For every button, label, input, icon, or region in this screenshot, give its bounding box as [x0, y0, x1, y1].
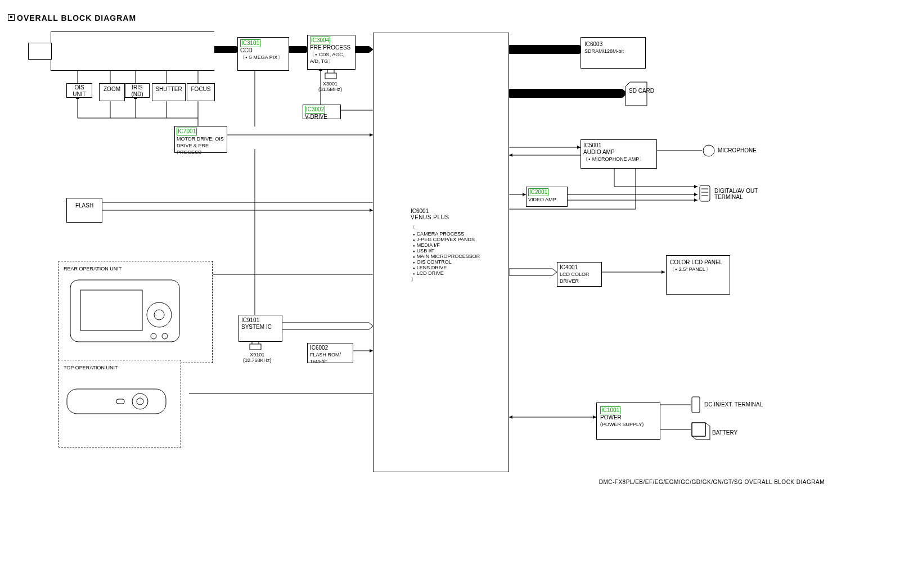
svg-point-36	[703, 145, 714, 156]
rear-operation-unit: REAR OPERATION UNIT	[58, 261, 213, 363]
page-footer: DMC-FX8PL/EB/EF/EG/EGM/GC/GD/GK/GN/GT/SG…	[599, 479, 825, 485]
svg-rect-23	[325, 73, 336, 79]
ic9101-systemic: IC9101SYSTEM IC	[238, 315, 282, 342]
sdcard-label: SD CARD	[629, 88, 654, 94]
shutter-unit: SHUTTER	[152, 83, 186, 101]
svg-rect-31	[250, 344, 261, 350]
lens-front	[28, 43, 52, 60]
svg-rect-56	[80, 290, 142, 331]
svg-rect-52	[692, 397, 700, 413]
camera-top-icon	[64, 376, 170, 432]
microphone-label: MICROPHONE	[718, 147, 757, 153]
ic3004-preprocess: IC3004 PRE PROCESS 〔CDS, AGC, A/D, TG〕	[307, 35, 356, 70]
svg-marker-4	[504, 89, 628, 98]
svg-marker-0	[214, 46, 241, 53]
ic6002-flashrom: IC6002FLASH ROM/ 16M-bit	[307, 343, 353, 363]
ic1001-power: IC1001 POWER (POWER SUPPLY)	[596, 402, 660, 440]
lens-barrel	[51, 31, 214, 71]
svg-point-59	[151, 333, 156, 339]
top-operation-unit: TOP OPERATION UNIT	[58, 360, 181, 447]
focus-unit: FOCUS	[187, 83, 215, 101]
dcin-label: DC IN/EXT. TERMINAL	[704, 401, 763, 408]
x3001-label: X3001(31.5MHz)	[318, 81, 342, 92]
svg-rect-64	[116, 399, 124, 404]
svg-point-63	[137, 398, 143, 405]
x9101-label: X9101(32.768KHz)	[243, 352, 272, 363]
svg-rect-48	[700, 186, 710, 201]
camera-rear-icon	[64, 274, 199, 347]
ois-unit: OIS UNIT	[66, 83, 92, 98]
rear-op-label: REAR OPERATION UNIT	[64, 266, 208, 272]
ic7001-motordrive: IC7001MOTOR DRIVE, OIS DRIVE & PRE PROCE…	[174, 126, 227, 153]
ic4001-lcddriver: IC4001LCD COLOR DRIVER	[557, 262, 602, 287]
iris-unit: IRIS (ND)	[125, 83, 150, 98]
ic6001-label: IC6001 VENUS PLUS 〔 CAMERA PROCESSJ-PEG …	[411, 208, 480, 283]
lcd-panel: COLOR LCD PANEL 〔2.5" PANEL〕	[666, 255, 730, 295]
ic3101-ccd: IC3101 CCD 〔5 MEGA PIX〕	[237, 37, 289, 71]
svg-point-58	[154, 310, 164, 320]
svg-point-60	[162, 333, 168, 339]
flash-block: FLASH	[66, 198, 102, 223]
svg-marker-3	[504, 45, 585, 54]
top-op-label: TOP OPERATION UNIT	[64, 365, 176, 371]
ic2001-videoamp: IC2001VIDEO AMP	[526, 187, 568, 207]
ic3002-vdrive: IC3002V-DRIVE	[303, 105, 341, 119]
avout-label: DIGITAL/AV OUT TERMINAL	[714, 188, 765, 200]
svg-rect-53	[692, 423, 705, 436]
zoom-unit: ZOOM	[99, 83, 125, 101]
ic6003-sdram: IC6003SDRAM/128M-bit	[580, 37, 646, 69]
ic5001-audioamp: IC5001AUDIO AMP 〔MICROPHONE AMP〕	[580, 139, 657, 169]
battery-label: BATTERY	[712, 429, 737, 436]
